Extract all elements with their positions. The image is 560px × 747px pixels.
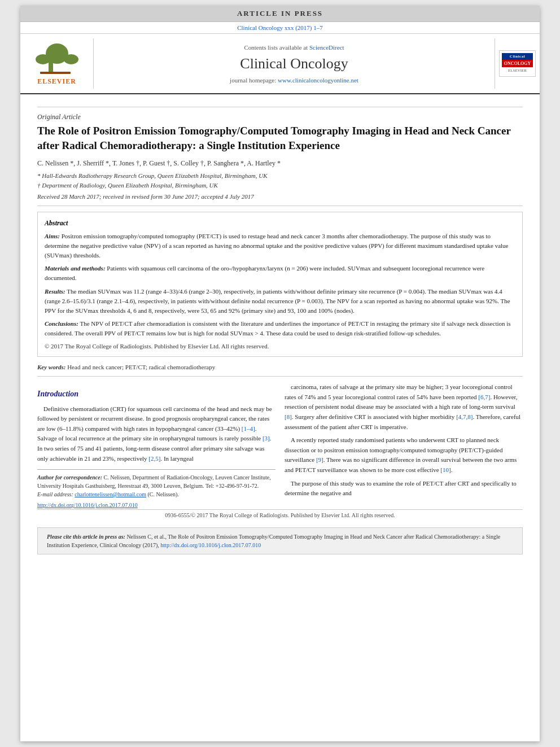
elsevier-tree-illustration	[32, 41, 82, 75]
oncology-logo-box: Clinical ONCOLOGY ELSEVIER	[499, 50, 536, 77]
ref-10[interactable]: [10]	[440, 466, 450, 473]
keywords-label: Key words:	[37, 364, 65, 370]
aip-banner: ARTICLE IN PRESS	[20, 6, 540, 22]
intro-para4: The purpose of this study was to examine…	[285, 479, 523, 499]
abstract-conclusions: Conclusions: The NPV of PET/CT after che…	[45, 319, 515, 338]
header-divider	[37, 107, 523, 107]
footnote-label: Author for correspondence:	[37, 474, 102, 480]
sciencedirect-label: Contents lists available at	[244, 44, 308, 51]
doi-line: http://dx.doi.org/10.1016/j.clon.2017.07…	[37, 501, 275, 509]
mm-text: Patients with squamous cell carcinoma of…	[45, 265, 484, 281]
article-type-label: Original Article	[37, 113, 523, 121]
conclusions-text: The NPV of PET/CT after chemoradiation i…	[45, 320, 511, 337]
email-label: E-mail address:	[37, 491, 73, 497]
footnote-email-line: E-mail address: charlottenelissen@hotmai…	[37, 490, 275, 499]
svg-point-3	[64, 54, 78, 64]
journal-name: Clinical Oncology	[240, 55, 348, 72]
body-divider	[37, 376, 523, 377]
abstract-title: Abstract	[45, 218, 515, 228]
copyright-line: © 2017 The Royal College of Radiologists…	[45, 342, 515, 351]
ref-4-7-8[interactable]: [4,7,8]	[456, 413, 473, 420]
svg-point-2	[36, 54, 50, 64]
aims-text: Positron emission tomography/computed to…	[45, 233, 508, 259]
journal-info-line: Clinical Oncology xxx (2017) 1–7	[20, 22, 540, 34]
results-label: Results:	[45, 288, 65, 295]
ref-9[interactable]: [9]	[316, 456, 323, 463]
homepage-line: journal homepage: www.clinicaloncologyon…	[230, 77, 358, 84]
sciencedirect-line: Contents lists available at ScienceDirec…	[244, 44, 344, 51]
right-column: carcinoma, rates of salvage at the prima…	[285, 382, 523, 509]
affiliation2: † Department of Radiology, Queen Elizabe…	[37, 181, 523, 190]
oncology-logo-top: Clinical	[502, 53, 533, 60]
abstract-aims: Aims: Positron emission tomography/compu…	[45, 231, 515, 260]
elsevier-logo-block: ELSEVIER	[20, 38, 94, 89]
two-column-body: Introduction Definitive chemoradiation (…	[37, 382, 523, 509]
svg-rect-4	[40, 72, 71, 74]
abstract-divider-top	[37, 206, 523, 206]
affiliations: * Hall-Edwards Radiotherapy Research Gro…	[37, 171, 523, 190]
ref-3[interactable]: [3]	[262, 435, 270, 442]
article-title: The Role of Positron Emission Tomography…	[37, 124, 523, 152]
aims-label: Aims:	[45, 233, 60, 239]
conclusions-label: Conclusions:	[45, 320, 78, 327]
ref-1-4[interactable]: [1–4]	[242, 425, 255, 432]
intro-para1: Definitive chemoradiation (CRT) for squa…	[37, 404, 275, 464]
footer-doi-link[interactable]: http://dx.doi.org/10.1016/j.clon.2017.07…	[160, 542, 261, 548]
oncology-logo-right: Clinical ONCOLOGY ELSEVIER	[495, 38, 540, 89]
authors-line: C. Nelissen *, J. Sherriff *, T. Jones †…	[37, 159, 523, 168]
abstract-mm: Materials and methods: Patients with squ…	[45, 264, 515, 283]
keywords-text: Head and neck cancer; PET/CT; radical ch…	[67, 364, 215, 370]
article-page: ARTICLE IN PRESS Clinical Oncology xxx (…	[20, 6, 540, 741]
email-suffix: (C. Nelissen).	[147, 491, 178, 497]
results-text: The median SUVmax was 11.2 (range 4–33)/…	[45, 288, 510, 314]
aip-text: ARTICLE IN PRESS	[237, 9, 323, 18]
keywords-line: Key words: Head and neck cancer; PET/CT;…	[37, 364, 523, 370]
intro-para3: A recently reported study randomised pat…	[285, 435, 523, 475]
ref-2-5[interactable]: [2,5]	[148, 455, 160, 462]
abstract-section: Abstract Aims: Positron emission tomogra…	[37, 212, 523, 357]
abstract-results: Results: The median SUVmax was 11.2 (ran…	[45, 287, 515, 316]
journal-title-block: Contents lists available at ScienceDirec…	[94, 38, 495, 89]
ref-6-7[interactable]: [6,7]	[478, 394, 490, 400]
oncology-logo-small: ELSEVIER	[502, 67, 533, 74]
left-column: Introduction Definitive chemoradiation (…	[37, 382, 275, 509]
oncology-logo-mid: ONCOLOGY	[502, 60, 533, 67]
intro-para2: carcinoma, rates of salvage at the prima…	[285, 382, 523, 432]
journal-header: ELSEVIER Contents lists available at Sci…	[20, 34, 540, 94]
introduction-heading: Introduction	[37, 388, 275, 400]
footer-bar: Please cite this article in press as: Ne…	[37, 527, 523, 554]
elsevier-label: ELSEVIER	[37, 77, 76, 86]
received-line: Received 28 March 2017; received in revi…	[37, 193, 523, 200]
ref-8[interactable]: [8]	[285, 413, 292, 420]
authors-text: C. Nelissen *, J. Sherriff *, T. Jones †…	[37, 159, 281, 167]
issn-line: 0936-6555/© 2017 The Royal College of Ra…	[37, 509, 523, 521]
cite-label: Please cite this article in press as:	[47, 534, 125, 540]
email-link[interactable]: charlottenelissen@hotmail.com	[75, 491, 146, 497]
affiliation1: * Hall-Edwards Radiotherapy Research Gro…	[37, 171, 523, 181]
doi-link[interactable]: http://dx.doi.org/10.1016/j.clon.2017.07…	[37, 502, 138, 508]
homepage-label: journal homepage:	[230, 77, 276, 84]
footnote-area: Author for correspondence: C. Nelissen, …	[37, 469, 275, 509]
homepage-url[interactable]: www.clinicaloncologyonline.net	[278, 77, 358, 84]
mm-label: Materials and methods:	[45, 265, 106, 272]
journal-citation: Clinical Oncology xxx (2017) 1–7	[237, 24, 323, 31]
footnote-text: Author for correspondence: C. Nelissen, …	[37, 473, 275, 490]
sciencedirect-link[interactable]: ScienceDirect	[309, 44, 344, 51]
main-content: Original Article The Role of Positron Em…	[20, 94, 540, 561]
